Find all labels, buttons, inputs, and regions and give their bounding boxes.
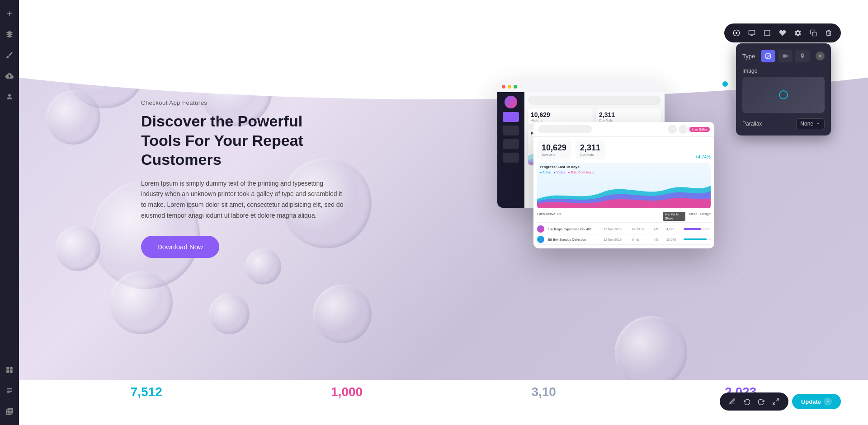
update-arrow [824, 397, 832, 406]
indicator-dot [722, 81, 728, 87]
d2-body: 10,629 Sweden 2,311 Conflicts +4.74% Pro… [533, 137, 714, 248]
layout-icon[interactable] [3, 364, 16, 376]
table-header: Files Active: 05 Hanifa In Store Next Br… [537, 211, 711, 223]
d2-num-2: 2,311 [580, 143, 600, 153]
mockup-container: 10,629 Visitors 2,311 Conflicts Progress… [497, 81, 714, 253]
main-content: Checkout App Features Discover the Power… [19, 0, 868, 425]
chart-legend: ● Active ● Visitor ● Total Downloads [537, 171, 711, 174]
win-sidebar-1 [497, 92, 524, 208]
hero-headline: Discover the Powerful Tools For Your Rep… [141, 112, 344, 169]
ws-nav-2 [503, 126, 519, 135]
bubble-2 [46, 90, 100, 145]
screen-toolbar-btn[interactable] [745, 26, 759, 40]
preview-num-3: 3,10 [531, 385, 556, 399]
d2-stat-1: 10,629 Sweden [537, 140, 571, 159]
row-text-1: Lou Roger Experience Op. 400 [548, 228, 600, 231]
upload-icon[interactable] [3, 70, 16, 82]
bubble-8 [109, 271, 173, 334]
big-chart: Progress: Last 15 days ● Active ● Visito… [537, 163, 711, 208]
image-type-btn[interactable] [761, 50, 775, 62]
svg-rect-2 [749, 30, 755, 35]
bottom-tools [720, 392, 788, 411]
bubble-10 [615, 316, 687, 388]
svg-point-6 [767, 55, 768, 56]
type-options [761, 50, 810, 62]
update-label: Update [801, 398, 821, 405]
win-close-1 [502, 85, 505, 89]
ws-nav-1 [503, 112, 519, 122]
d2-num-1: 10,629 [542, 143, 566, 153]
stat-num-2: 2,311 [599, 111, 658, 118]
user-icon[interactable] [3, 90, 16, 103]
hero-text: Checkout App Features Discover the Power… [141, 99, 344, 258]
stack-icon[interactable] [3, 405, 16, 418]
trash-toolbar-btn[interactable] [822, 26, 835, 40]
type-panel-close[interactable]: ✕ [816, 51, 825, 61]
layers-icon[interactable] [3, 28, 16, 41]
type-panel-header: Type ✕ [742, 50, 825, 62]
parallax-section: Parallax None [742, 118, 825, 129]
row-bar-fill-1 [684, 228, 701, 230]
left-sidebar [0, 0, 19, 425]
win-bar-1 [497, 81, 665, 92]
copy-toolbar-btn[interactable] [807, 26, 820, 40]
preview-stat-3: 3,10 [531, 385, 556, 399]
add-icon[interactable] [3, 7, 16, 20]
d2-label-2: Conflicts [580, 153, 600, 157]
row-avatar-2 [537, 236, 544, 243]
preview-num-1: 7,512 [131, 385, 162, 399]
video-type-btn[interactable] [778, 50, 793, 62]
d2-search [538, 125, 592, 133]
svg-point-1 [736, 32, 737, 34]
dash-search-1 [528, 96, 661, 105]
hero-body: Lorem Ipsum is simply dummy text of the … [141, 178, 344, 221]
undo-btn[interactable] [741, 395, 753, 408]
image-preview[interactable] [742, 77, 825, 113]
parallax-select[interactable]: None [796, 118, 825, 129]
row-bar-2 [684, 238, 711, 240]
redo-btn[interactable] [755, 395, 768, 408]
image-preview-dot [779, 90, 788, 99]
form-icon[interactable] [3, 384, 16, 397]
pen-tool-btn[interactable] [726, 395, 739, 408]
ws-avatar [505, 96, 517, 108]
top-toolbar [724, 23, 841, 42]
chart-pct: +4.74% [695, 154, 711, 159]
settings-toolbar-btn[interactable] [791, 26, 805, 40]
update-button[interactable]: Update [792, 394, 841, 409]
expand-btn[interactable] [769, 395, 782, 408]
table-row-1: Lou Roger Experience Op. 400 12 Nov 2019… [537, 224, 711, 234]
image-label: Image [742, 68, 825, 74]
type-panel: Type ✕ Image Parallax N [736, 43, 831, 135]
d2-label-1: Sweden [542, 153, 566, 157]
big-chart-title: Progress: Last 15 days [537, 163, 711, 171]
preview-stat-1: 7,512 [131, 385, 162, 399]
bubble-9 [209, 294, 250, 334]
win-min-1 [508, 85, 511, 89]
heart-toolbar-btn[interactable] [776, 26, 789, 40]
download-button[interactable]: Download Now [141, 236, 219, 258]
dashboard-2: Live Editor 10,629 Sweden 2,311 Conflict… [533, 122, 714, 248]
d2-stats: 10,629 Sweden 2,311 Conflicts +4.74% [537, 140, 711, 159]
bubble-12 [313, 285, 372, 343]
ws-nav-3 [503, 139, 519, 149]
win-max-1 [514, 85, 517, 89]
bottom-toolbar: Update [720, 392, 841, 411]
square-toolbar-btn[interactable] [760, 26, 774, 40]
stat-num-1: 10,629 [531, 111, 590, 118]
parallax-value: None [800, 121, 813, 127]
bubble-4 [55, 226, 100, 271]
hero-overline: Checkout App Features [141, 99, 344, 106]
pin-type-btn[interactable] [795, 50, 810, 62]
image-section: Image [742, 68, 825, 113]
ws-nav-4 [503, 153, 519, 163]
paint-icon[interactable] [3, 49, 16, 61]
preview-stat-2: 1,000 [331, 385, 363, 399]
d2-header: Live Editor [533, 122, 714, 137]
preview-num-2: 1,000 [331, 385, 363, 399]
target-toolbar-btn[interactable] [730, 26, 743, 40]
type-panel-title: Type [742, 53, 755, 60]
parallax-label: Parallax [742, 121, 762, 127]
active-tag: Live Editor [689, 127, 710, 132]
row-avatar-1 [537, 225, 544, 233]
